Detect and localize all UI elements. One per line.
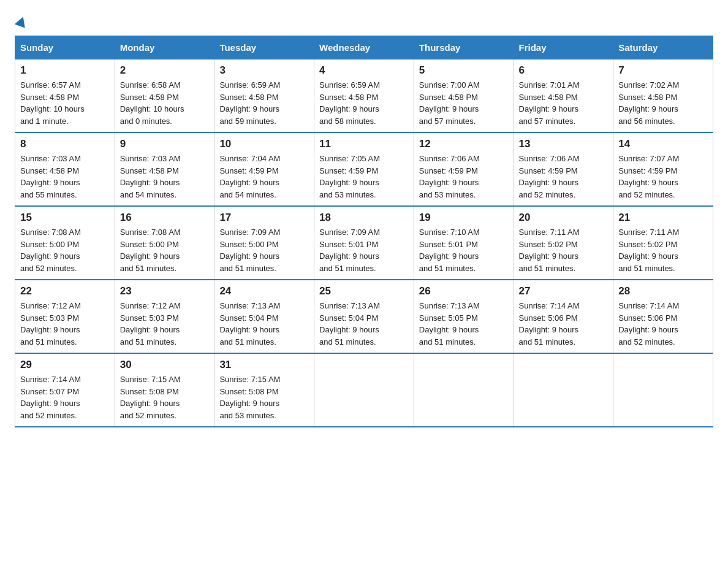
calendar-cell: 8Sunrise: 7:03 AMSunset: 4:58 PMDaylight… [15,132,115,206]
day-number: 21 [618,212,708,224]
day-number: 13 [519,138,609,150]
day-info: Sunrise: 7:08 AMSunset: 5:00 PMDaylight:… [20,226,110,274]
calendar-cell [414,353,514,427]
day-number: 2 [120,64,210,77]
calendar-cell [514,353,613,427]
svg-marker-0 [15,15,28,28]
day-number: 8 [20,138,110,150]
weekday-header-wednesday: Wednesday [314,36,414,59]
calendar-cell: 20Sunrise: 7:11 AMSunset: 5:02 PMDayligh… [514,206,613,280]
day-info: Sunrise: 7:15 AMSunset: 5:08 PMDaylight:… [120,373,210,421]
day-info: Sunrise: 7:14 AMSunset: 5:06 PMDaylight:… [618,300,708,348]
calendar-cell: 29Sunrise: 7:14 AMSunset: 5:07 PMDayligh… [15,353,115,427]
day-number: 17 [219,212,309,224]
calendar-cell: 11Sunrise: 7:05 AMSunset: 4:59 PMDayligh… [314,132,414,206]
day-number: 3 [219,64,309,77]
day-number: 9 [120,138,210,150]
day-number: 1 [20,64,110,77]
day-info: Sunrise: 6:59 AMSunset: 4:58 PMDaylight:… [319,79,409,127]
day-number: 7 [618,64,708,77]
day-info: Sunrise: 7:12 AMSunset: 5:03 PMDaylight:… [120,300,210,348]
weekday-header-row: SundayMondayTuesdayWednesdayThursdayFrid… [15,36,713,59]
day-number: 29 [20,359,110,371]
day-info: Sunrise: 7:03 AMSunset: 4:58 PMDaylight:… [120,153,210,201]
day-info: Sunrise: 7:10 AMSunset: 5:01 PMDaylight:… [419,226,509,274]
day-number: 14 [618,138,708,150]
calendar-week-row: 29Sunrise: 7:14 AMSunset: 5:07 PMDayligh… [15,353,713,427]
calendar-cell: 6Sunrise: 7:01 AMSunset: 4:58 PMDaylight… [514,59,613,133]
day-info: Sunrise: 7:02 AMSunset: 4:58 PMDaylight:… [618,79,708,127]
calendar-cell: 10Sunrise: 7:04 AMSunset: 4:59 PMDayligh… [214,132,314,206]
weekday-header-saturday: Saturday [613,36,713,59]
day-number: 15 [20,212,110,224]
calendar-week-row: 22Sunrise: 7:12 AMSunset: 5:03 PMDayligh… [15,280,713,353]
calendar-cell: 21Sunrise: 7:11 AMSunset: 5:02 PMDayligh… [613,206,713,280]
calendar-cell: 19Sunrise: 7:10 AMSunset: 5:01 PMDayligh… [414,206,514,280]
day-number: 18 [319,212,409,224]
calendar-cell [613,353,713,427]
day-number: 5 [419,64,509,77]
day-info: Sunrise: 7:04 AMSunset: 4:59 PMDaylight:… [219,153,309,201]
day-info: Sunrise: 7:13 AMSunset: 5:04 PMDaylight:… [319,300,409,348]
calendar-cell: 22Sunrise: 7:12 AMSunset: 5:03 PMDayligh… [15,280,115,353]
day-info: Sunrise: 7:14 AMSunset: 5:06 PMDaylight:… [519,300,609,348]
logo-arrow-icon [15,15,28,28]
calendar-cell: 31Sunrise: 7:15 AMSunset: 5:08 PMDayligh… [214,353,314,427]
calendar-cell: 15Sunrise: 7:08 AMSunset: 5:00 PMDayligh… [15,206,115,280]
calendar-cell: 2Sunrise: 6:58 AMSunset: 4:58 PMDaylight… [115,59,214,133]
weekday-header-tuesday: Tuesday [214,36,314,59]
calendar-week-row: 15Sunrise: 7:08 AMSunset: 5:00 PMDayligh… [15,206,713,280]
calendar-cell: 25Sunrise: 7:13 AMSunset: 5:04 PMDayligh… [314,280,414,353]
calendar-cell [314,353,414,427]
weekday-header-monday: Monday [115,36,214,59]
calendar-cell: 24Sunrise: 7:13 AMSunset: 5:04 PMDayligh… [214,280,314,353]
day-info: Sunrise: 6:59 AMSunset: 4:58 PMDaylight:… [219,79,309,127]
day-number: 30 [120,359,210,371]
day-info: Sunrise: 7:06 AMSunset: 4:59 PMDaylight:… [519,153,609,201]
calendar-cell: 3Sunrise: 6:59 AMSunset: 4:58 PMDaylight… [214,59,314,133]
calendar-cell: 4Sunrise: 6:59 AMSunset: 4:58 PMDaylight… [314,59,414,133]
day-number: 16 [120,212,210,224]
day-info: Sunrise: 7:13 AMSunset: 5:04 PMDaylight:… [219,300,309,348]
day-number: 27 [519,285,609,297]
calendar-cell: 23Sunrise: 7:12 AMSunset: 5:03 PMDayligh… [115,280,214,353]
calendar-cell: 16Sunrise: 7:08 AMSunset: 5:00 PMDayligh… [115,206,214,280]
day-info: Sunrise: 7:08 AMSunset: 5:00 PMDaylight:… [120,226,210,274]
day-number: 26 [419,285,509,297]
day-number: 4 [319,64,409,77]
day-info: Sunrise: 7:07 AMSunset: 4:59 PMDaylight:… [618,153,708,201]
calendar-cell: 27Sunrise: 7:14 AMSunset: 5:06 PMDayligh… [514,280,613,353]
weekday-header-friday: Friday [514,36,613,59]
weekday-header-sunday: Sunday [15,36,115,59]
calendar-cell: 17Sunrise: 7:09 AMSunset: 5:00 PMDayligh… [214,206,314,280]
calendar-table: SundayMondayTuesdayWednesdayThursdayFrid… [15,36,713,427]
day-number: 19 [419,212,509,224]
calendar-cell: 1Sunrise: 6:57 AMSunset: 4:58 PMDaylight… [15,59,115,133]
calendar-cell: 7Sunrise: 7:02 AMSunset: 4:58 PMDaylight… [613,59,713,133]
day-number: 10 [219,138,309,150]
calendar-cell: 12Sunrise: 7:06 AMSunset: 4:59 PMDayligh… [414,132,514,206]
day-number: 20 [519,212,609,224]
calendar-cell: 9Sunrise: 7:03 AMSunset: 4:58 PMDaylight… [115,132,214,206]
day-info: Sunrise: 7:00 AMSunset: 4:58 PMDaylight:… [419,79,509,127]
day-info: Sunrise: 7:14 AMSunset: 5:07 PMDaylight:… [20,373,110,421]
day-number: 12 [419,138,509,150]
day-info: Sunrise: 6:57 AMSunset: 4:58 PMDaylight:… [20,79,110,127]
day-info: Sunrise: 7:03 AMSunset: 4:58 PMDaylight:… [20,153,110,201]
day-number: 25 [319,285,409,297]
day-number: 23 [120,285,210,297]
day-info: Sunrise: 7:11 AMSunset: 5:02 PMDaylight:… [618,226,708,274]
day-info: Sunrise: 7:06 AMSunset: 4:59 PMDaylight:… [419,153,509,201]
calendar-cell: 5Sunrise: 7:00 AMSunset: 4:58 PMDaylight… [414,59,514,133]
day-number: 28 [618,285,708,297]
day-number: 22 [20,285,110,297]
day-info: Sunrise: 7:01 AMSunset: 4:58 PMDaylight:… [519,79,609,127]
day-info: Sunrise: 7:09 AMSunset: 5:01 PMDaylight:… [319,226,409,274]
calendar-cell: 30Sunrise: 7:15 AMSunset: 5:08 PMDayligh… [115,353,214,427]
logo [15,15,28,26]
calendar-cell: 13Sunrise: 7:06 AMSunset: 4:59 PMDayligh… [514,132,613,206]
day-number: 24 [219,285,309,297]
calendar-week-row: 1Sunrise: 6:57 AMSunset: 4:58 PMDaylight… [15,59,713,133]
day-info: Sunrise: 6:58 AMSunset: 4:58 PMDaylight:… [120,79,210,127]
day-number: 6 [519,64,609,77]
